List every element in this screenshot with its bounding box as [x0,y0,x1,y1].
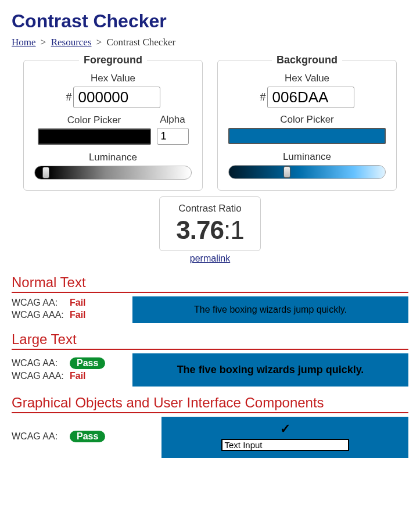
foreground-panel: Foreground Hex Value # Color Picker Alph… [23,60,203,191]
gfx-results: WCAG AA: Pass [12,431,151,444]
breadcrumb-sep: > [41,37,46,48]
large-results: WCAG AA: Pass WCAG AAA: Fail [12,357,122,383]
page-title: Contrast Checker [12,10,408,32]
gfx-sample: ✓ Text Input [161,417,408,458]
bg-slider-thumb[interactable] [283,166,290,178]
large-text-heading: Large Text [12,331,408,350]
fg-alpha-input[interactable] [157,128,189,145]
gfx-heading: Graphical Objects and User Interface Com… [12,395,408,413]
breadcrumb-resources[interactable]: Resources [51,37,92,48]
normal-text-heading: Normal Text [12,274,408,293]
text-input-sample[interactable]: Text Input [221,439,349,451]
check-icon: ✓ [280,421,290,436]
fg-slider-thumb[interactable] [42,167,49,178]
breadcrumb: Home > Resources > Contrast Checker [12,37,408,48]
bg-color-swatch[interactable] [228,128,386,144]
normal-sample[interactable]: The five boxing wizards jump quickly. [132,296,408,323]
bg-hex-input[interactable] [267,87,354,108]
bg-luminance-label: Luminance [228,151,386,163]
fg-hex-input[interactable] [73,87,160,108]
normal-aa-label: WCAG AA: [12,298,70,308]
fg-luminance-label: Luminance [34,152,192,163]
breadcrumb-sep: > [96,37,102,48]
background-panel: Background Hex Value # Color Picker Lumi… [217,60,397,191]
large-aa-result: Pass [70,357,105,369]
normal-aa-result: Fail [70,298,86,308]
background-title: Background [272,54,342,66]
foreground-title: Foreground [79,54,147,66]
breadcrumb-home[interactable]: Home [12,37,36,48]
fg-alpha-label: Alpha [160,114,185,126]
normal-aaa-result: Fail [70,310,86,320]
contrast-ratio-box: Contrast Ratio 3.76:1 [159,196,260,251]
fg-hex-label: Hex Value [34,73,192,84]
ratio-label: Contrast Ratio [176,203,243,214]
fg-picker-label: Color Picker [67,114,121,126]
bg-hex-label: Hex Value [228,73,386,84]
normal-results: WCAG AA: Fail WCAG AAA: Fail [12,298,122,322]
large-aaa-label: WCAG AAA: [12,371,70,381]
hash-icon: # [260,91,265,103]
gfx-aa-label: WCAG AA: [12,431,70,442]
permalink-link[interactable]: permalink [12,253,408,264]
large-sample[interactable]: The five boxing wizards jump quickly. [132,353,408,387]
normal-aaa-label: WCAG AAA: [12,310,70,320]
large-aa-label: WCAG AA: [12,358,70,368]
breadcrumb-current: Contrast Checker [107,37,176,48]
large-aaa-result: Fail [70,371,86,381]
bg-luminance-slider[interactable] [228,165,386,179]
fg-luminance-slider[interactable] [34,166,192,180]
bg-picker-label: Color Picker [280,114,334,126]
fg-color-swatch[interactable] [38,128,151,145]
ratio-value: 3.76:1 [176,216,243,245]
gfx-aa-result: Pass [70,431,105,442]
hash-icon: # [66,91,71,103]
